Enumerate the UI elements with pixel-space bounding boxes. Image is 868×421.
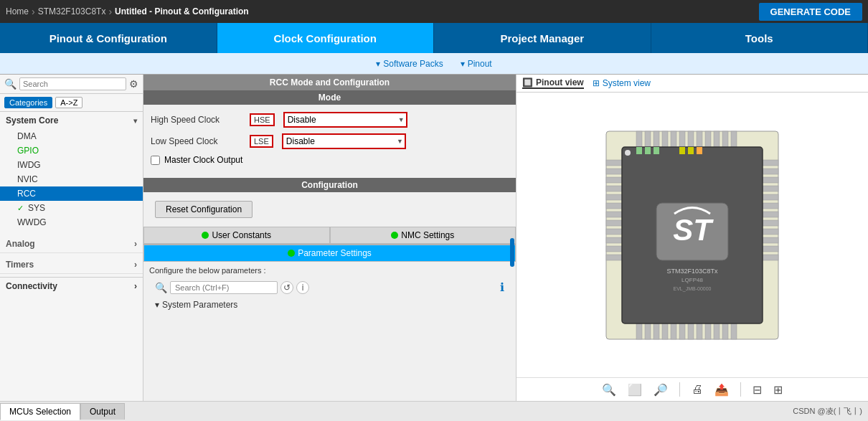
- search-icon[interactable]: 🔍: [4, 78, 16, 90]
- grid-view-icon[interactable]: ⊞: [773, 383, 783, 397]
- svg-rect-22: [763, 237, 778, 243]
- svg-rect-47: [722, 323, 728, 339]
- svg-rect-34: [714, 131, 720, 147]
- config-tab-nmc-settings[interactable]: NMC Settings: [330, 227, 516, 244]
- search-input[interactable]: [19, 77, 126, 90]
- svg-rect-43: [688, 323, 694, 339]
- svg-rect-52: [654, 147, 659, 154]
- system-params-label: System Parameters: [162, 300, 237, 310]
- svg-point-61: [625, 150, 631, 156]
- svg-rect-44: [697, 323, 702, 339]
- zoom-out-icon[interactable]: 🔎: [654, 383, 668, 397]
- zoom-in-icon[interactable]: 🔍: [602, 383, 616, 397]
- svg-rect-19: [763, 212, 778, 217]
- svg-rect-28: [662, 131, 668, 147]
- breadcrumb-title: Untitled - Pinout & Configuration: [115, 6, 249, 16]
- svg-rect-35: [722, 131, 728, 147]
- svg-rect-12: [606, 255, 622, 260]
- sidebar-item-rcc[interactable]: RCC: [0, 186, 143, 201]
- svg-rect-25: [636, 131, 642, 147]
- scrollbar-indicator[interactable]: [510, 238, 514, 267]
- svg-rect-20: [763, 220, 778, 226]
- svg-rect-36: [731, 131, 737, 147]
- param-settings-label: Parameter Settings: [298, 248, 372, 258]
- sidebar-section-analog-header[interactable]: Analog ›: [0, 235, 143, 253]
- hse-badge: HSE: [250, 113, 275, 126]
- lse-select[interactable]: Disable BYPASS Clock Source Crystal/Cera…: [282, 133, 406, 149]
- svg-rect-23: [763, 246, 778, 252]
- filter-tab-categories[interactable]: Categories: [4, 97, 52, 108]
- svg-rect-7: [606, 212, 622, 217]
- toolbar-separator2: [740, 382, 741, 397]
- export-icon[interactable]: 📤: [714, 383, 729, 397]
- svg-rect-46: [714, 323, 720, 339]
- config-tab-user-constants[interactable]: User Constants: [143, 227, 330, 244]
- connectivity-label: Connectivity: [6, 281, 57, 291]
- pinout-view-tab[interactable]: 🔲 Pinout view: [522, 77, 584, 89]
- svg-rect-10: [606, 237, 622, 243]
- chip-toolbar: 🔍 ⬜ 🔎 🖨 📤 ⊟ ⊞: [516, 377, 868, 401]
- print-icon[interactable]: 🖨: [692, 383, 703, 396]
- analog-label: Analog: [6, 239, 35, 249]
- refresh-icon[interactable]: ↺: [280, 281, 293, 294]
- sidebar-item-dma[interactable]: DMA: [0, 129, 143, 143]
- svg-rect-13: [763, 160, 778, 166]
- tab-clock[interactable]: Clock Configuration: [217, 23, 435, 53]
- sidebar-section-timers-header[interactable]: Timers ›: [0, 256, 143, 274]
- breadcrumb-home[interactable]: Home: [6, 6, 29, 16]
- tab-project[interactable]: Project Manager: [434, 23, 651, 53]
- info-circle-icon[interactable]: i: [296, 281, 309, 294]
- sidebar-section-connectivity-header[interactable]: Connectivity ›: [0, 277, 143, 295]
- svg-rect-51: [645, 147, 651, 154]
- grid-icon: ⊞: [593, 78, 600, 88]
- chevron-right-icon2: ›: [134, 260, 137, 270]
- split-icon[interactable]: ⊟: [753, 383, 762, 397]
- hse-select[interactable]: Disable BYPASS Clock Source Crystal/Cera…: [283, 112, 407, 128]
- tab-output[interactable]: Output: [80, 403, 125, 420]
- sidebar-item-nvic[interactable]: NVIC: [0, 172, 143, 186]
- generate-code-button[interactable]: GENERATE CODE: [759, 3, 862, 21]
- mode-content: High Speed Clock HSE Disable BYPASS Cloc…: [143, 105, 516, 172]
- toolbar-separator: [679, 382, 680, 397]
- tab-pinout[interactable]: Pinout & Configuration: [0, 23, 217, 53]
- svg-rect-2: [606, 169, 622, 174]
- tab-mcus-selection[interactable]: MCUs Selection: [0, 403, 80, 420]
- sidebar-section-system-core-header[interactable]: System Core ▾: [0, 112, 143, 129]
- sub-tab-pinout[interactable]: ▾ Pinout: [461, 59, 492, 69]
- hse-select-wrap: Disable BYPASS Clock Source Crystal/Cera…: [283, 112, 407, 128]
- center-panel: RCC Mode and Configuration Mode High Spe…: [143, 75, 516, 401]
- svg-rect-26: [645, 131, 651, 147]
- fit-view-icon[interactable]: ⬜: [628, 383, 642, 397]
- config-tab-parameter-settings[interactable]: Parameter Settings: [143, 245, 516, 262]
- svg-rect-16: [763, 186, 778, 191]
- nmc-settings-label: NMC Settings: [401, 230, 454, 240]
- right-panel: 🔲 Pinout view ⊞ System view: [516, 75, 868, 401]
- system-view-tab[interactable]: ⊞ System view: [593, 77, 651, 89]
- tab-tools[interactable]: Tools: [651, 23, 869, 53]
- svg-rect-4: [606, 186, 622, 191]
- filter-tab-az[interactable]: A->Z: [55, 97, 82, 108]
- gear-icon[interactable]: ⚙: [129, 78, 138, 90]
- sidebar-item-gpio[interactable]: GPIO: [0, 143, 143, 158]
- svg-rect-27: [654, 131, 659, 147]
- user-constants-label: User Constants: [212, 230, 271, 240]
- sub-tab-software-packs[interactable]: ▾ Software Packs: [376, 59, 443, 69]
- sidebar-item-wwdg[interactable]: WWDG: [0, 215, 143, 230]
- sidebar-section-system-core: System Core ▾ DMA GPIO IWDG NVIC RCC SYS…: [0, 112, 143, 230]
- breadcrumb-device[interactable]: STM32F103C8Tx: [38, 6, 106, 16]
- info-icon[interactable]: ℹ: [500, 280, 504, 294]
- params-area: Configure the below parameters : 🔍 ↺ i ℹ…: [143, 262, 516, 317]
- timers-label: Timers: [6, 260, 34, 270]
- params-search-row: 🔍 ↺ i ℹ: [149, 278, 510, 297]
- sidebar-item-iwdg[interactable]: IWDG: [0, 158, 143, 172]
- master-clock-row: Master Clock Output: [151, 155, 509, 165]
- system-params-header[interactable]: ▾ System Parameters: [149, 297, 510, 313]
- system-core-label: System Core: [6, 115, 58, 126]
- mode-section-title: Mode: [143, 90, 516, 105]
- svg-rect-31: [688, 131, 694, 147]
- params-search-input[interactable]: [170, 281, 278, 294]
- master-clock-checkbox[interactable]: [151, 156, 160, 165]
- svg-text:ST: ST: [673, 213, 714, 247]
- sidebar-item-sys[interactable]: SYS: [0, 201, 143, 215]
- reset-config-button[interactable]: Reset Configuration: [155, 201, 253, 218]
